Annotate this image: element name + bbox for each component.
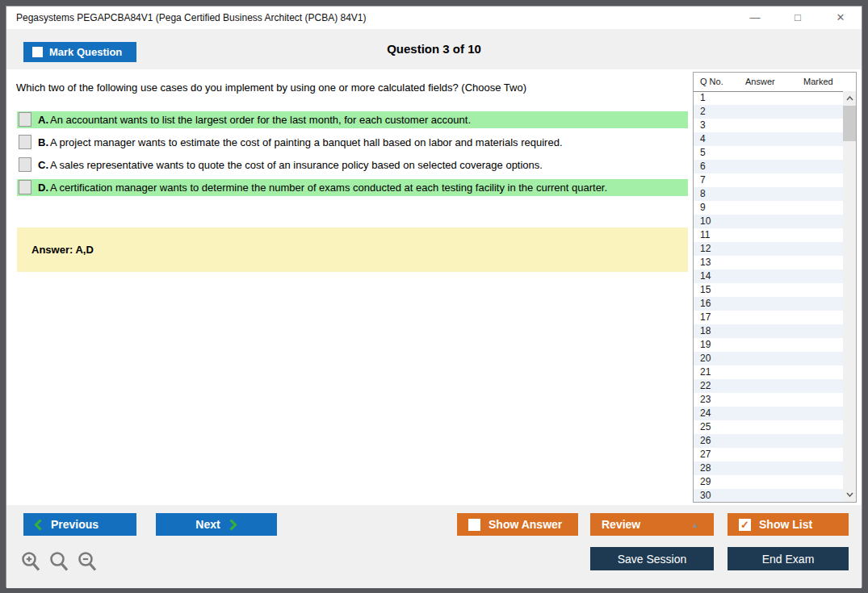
chevron-up-icon [846,96,853,101]
question-number: 13 [700,257,711,268]
question-list-row[interactable]: 18 [694,324,843,338]
option-letter: C. [38,159,48,171]
question-list-row[interactable]: 22 [694,379,843,393]
show-list-button[interactable]: ✓ Show List [728,513,849,536]
question-list-row[interactable]: 11 [694,228,843,242]
option-checkbox[interactable] [19,180,31,194]
option-letter: D. [38,182,48,194]
question-list-row[interactable]: 24 [694,407,843,420]
options-list: A.An accountant wants to list the larges… [17,111,688,202]
question-list-rows: 1234567891011121314151617181920212223242… [694,91,843,502]
question-list-row[interactable]: 4 [694,132,843,146]
question-list-row[interactable]: 23 [694,393,843,407]
question-number: 8 [700,188,706,199]
save-session-button[interactable]: Save Session [590,547,714,570]
question-number: 10 [700,215,711,227]
question-list-row[interactable]: 15 [694,283,843,297]
question-list-row[interactable]: 9 [694,201,843,215]
question-list-row[interactable]: 30 [694,489,843,502]
option-body: D.A certification manager wants to deter… [38,180,607,194]
answer-option-c[interactable]: C.A sales representative wants to quote … [17,157,688,173]
scrollbar-thumb[interactable] [843,106,856,141]
end-exam-button[interactable]: End Exam [728,547,849,570]
close-button[interactable]: ✕ [834,11,847,24]
question-panel: Which two of the following use cases do … [6,69,693,505]
question-number: 1 [700,92,706,103]
question-number: 12 [700,243,711,254]
option-checkbox[interactable] [19,157,31,172]
question-list-row[interactable]: 13 [694,256,843,269]
question-list-row[interactable]: 17 [694,311,843,324]
question-list-row[interactable]: 29 [694,475,843,489]
option-body: C.A sales representative wants to quote … [38,157,543,172]
option-letter: B. [38,136,48,148]
answer-option-b[interactable]: B.A project manager wants to estimate th… [17,134,688,151]
title-bar: Pegasystems PEGAPCBA84V1 (Pega Certified… [6,6,862,29]
question-number: 24 [700,407,711,419]
question-list-row[interactable]: 12 [694,242,843,256]
question-list-header: Q No. Answer Marked [694,73,856,92]
next-button[interactable]: Next [156,513,277,536]
question-list-row[interactable]: 16 [694,297,843,311]
question-list-row[interactable]: 25 [694,420,843,434]
question-list-row[interactable]: 7 [694,173,843,187]
maximize-button[interactable]: □ [791,11,804,24]
review-label: Review [602,518,640,531]
scroll-up-button[interactable] [843,92,856,105]
question-list-row[interactable]: 28 [694,461,843,475]
question-number: 30 [700,490,711,501]
question-counter: Question 3 of 10 [6,42,862,56]
question-list-row[interactable]: 14 [694,269,843,283]
option-text: A certification manager wants to determi… [50,182,607,194]
option-body: B.A project manager wants to estimate th… [38,135,563,149]
question-list-panel: Q No. Answer Marked 12345678910111213141… [693,72,857,503]
question-toolbar: Mark Question Question 3 of 10 [6,29,862,69]
option-text: A project manager wants to estimate the … [50,136,563,148]
footer-bar: Previous Next Show Answer Review ▲ ✓ Sho… [6,505,862,588]
question-list-row[interactable]: 10 [694,215,843,228]
previous-label: Previous [51,518,99,531]
show-list-label: Show List [759,518,812,531]
zoom-in-icon[interactable] [21,551,42,573]
question-number: 23 [700,394,711,405]
exam-window: Pegasystems PEGAPCBA84V1 (Pega Certified… [6,6,862,587]
scroll-down-button[interactable] [843,488,856,501]
show-answer-button[interactable]: Show Answer [457,513,578,536]
answer-option-a[interactable]: A.An accountant wants to list the larges… [17,111,688,128]
question-list-row[interactable]: 27 [694,448,843,461]
previous-button[interactable]: Previous [23,513,136,536]
question-text: Which two of the following use cases do … [16,81,690,94]
answer-option-d[interactable]: D.A certification manager wants to deter… [17,179,688,196]
question-list-row[interactable]: 1 [694,91,843,105]
question-number: 28 [700,462,711,474]
zoom-out-icon[interactable] [78,551,99,573]
question-list-row[interactable]: 20 [694,352,843,365]
zoom-reset-icon[interactable] [49,551,70,573]
question-number: 7 [700,174,706,186]
question-list-scrollbar[interactable] [843,91,856,502]
question-number: 29 [700,476,711,487]
question-list-row[interactable]: 3 [694,119,843,132]
save-session-label: Save Session [618,553,687,566]
question-list-row[interactable]: 26 [694,434,843,448]
question-number: 16 [700,298,711,309]
end-exam-label: End Exam [762,553,815,566]
zoom-controls [21,551,99,573]
question-list-row[interactable]: 19 [694,338,843,352]
minimize-button[interactable]: — [748,11,761,24]
question-number: 5 [700,147,706,158]
question-list-row[interactable]: 21 [694,365,843,379]
question-list-row[interactable]: 6 [694,160,843,173]
question-list-row[interactable]: 8 [694,187,843,201]
question-list-row[interactable]: 2 [694,105,843,119]
question-list-row[interactable]: 5 [694,146,843,160]
next-label: Next [195,518,220,531]
option-checkbox[interactable] [19,112,31,127]
answer-box: Answer: A,D [17,228,688,272]
answer-text: Answer: A,D [31,244,94,256]
review-button[interactable]: Review ▲ [590,513,714,536]
option-checkbox[interactable] [19,135,31,149]
option-body: A.An accountant wants to list the larges… [38,112,471,127]
question-number: 27 [700,449,711,460]
column-header-answer: Answer [745,77,775,86]
